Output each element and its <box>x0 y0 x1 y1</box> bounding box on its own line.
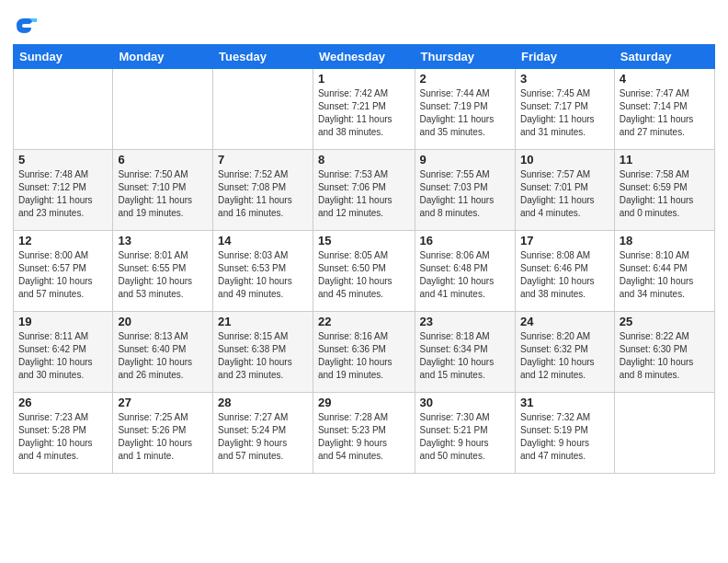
day-info: Sunrise: 8:00 AM Sunset: 6:57 PM Dayligh… <box>18 249 108 301</box>
day-info: Sunrise: 8:03 AM Sunset: 6:53 PM Dayligh… <box>218 249 308 301</box>
day-info: Sunrise: 7:28 AM Sunset: 5:23 PM Dayligh… <box>318 411 410 463</box>
day-number: 13 <box>118 234 208 247</box>
day-number: 18 <box>620 234 710 247</box>
calendar-cell: 7Sunrise: 7:52 AM Sunset: 7:08 PM Daylig… <box>213 150 313 231</box>
weekday-header: Friday <box>515 45 614 69</box>
weekday-header: Tuesday <box>213 45 313 69</box>
day-number: 2 <box>420 72 510 86</box>
day-number: 23 <box>420 315 510 328</box>
day-info: Sunrise: 7:42 AM Sunset: 7:21 PM Dayligh… <box>318 87 410 139</box>
calendar-cell: 11Sunrise: 7:58 AM Sunset: 6:59 PM Dayli… <box>614 150 714 231</box>
calendar-cell: 10Sunrise: 7:57 AM Sunset: 7:01 PM Dayli… <box>515 150 614 231</box>
calendar-cell: 8Sunrise: 7:53 AM Sunset: 7:06 PM Daylig… <box>313 150 415 231</box>
day-info: Sunrise: 8:08 AM Sunset: 6:46 PM Dayligh… <box>520 249 609 301</box>
calendar-cell: 15Sunrise: 8:05 AM Sunset: 6:50 PM Dayli… <box>313 231 415 312</box>
day-number: 12 <box>18 234 108 247</box>
day-number: 28 <box>218 396 308 409</box>
calendar-cell: 28Sunrise: 7:27 AM Sunset: 5:24 PM Dayli… <box>213 393 313 474</box>
calendar-cell: 23Sunrise: 8:18 AM Sunset: 6:34 PM Dayli… <box>415 312 515 393</box>
day-number: 6 <box>118 153 208 167</box>
calendar-cell: 13Sunrise: 8:01 AM Sunset: 6:55 PM Dayli… <box>113 231 213 312</box>
calendar-cell: 14Sunrise: 8:03 AM Sunset: 6:53 PM Dayli… <box>213 231 313 312</box>
header <box>13 9 715 39</box>
calendar-cell: 27Sunrise: 7:25 AM Sunset: 5:26 PM Dayli… <box>113 393 213 474</box>
day-number: 5 <box>18 153 108 167</box>
day-number: 27 <box>118 396 208 409</box>
calendar-week-row: 12Sunrise: 8:00 AM Sunset: 6:57 PM Dayli… <box>14 231 715 312</box>
day-info: Sunrise: 7:45 AM Sunset: 7:17 PM Dayligh… <box>520 87 609 139</box>
calendar-cell <box>14 69 113 150</box>
day-number: 31 <box>520 396 609 409</box>
day-number: 9 <box>420 153 510 167</box>
calendar-cell: 18Sunrise: 8:10 AM Sunset: 6:44 PM Dayli… <box>614 231 714 312</box>
calendar-cell: 31Sunrise: 7:32 AM Sunset: 5:19 PM Dayli… <box>515 393 614 474</box>
calendar-cell: 2Sunrise: 7:44 AM Sunset: 7:19 PM Daylig… <box>415 69 515 150</box>
day-number: 21 <box>218 315 308 328</box>
calendar-cell: 20Sunrise: 8:13 AM Sunset: 6:40 PM Dayli… <box>113 312 213 393</box>
calendar-cell: 5Sunrise: 7:48 AM Sunset: 7:12 PM Daylig… <box>14 150 113 231</box>
day-info: Sunrise: 7:55 AM Sunset: 7:03 PM Dayligh… <box>420 168 510 220</box>
day-number: 4 <box>620 72 710 86</box>
day-info: Sunrise: 7:57 AM Sunset: 7:01 PM Dayligh… <box>520 168 609 220</box>
calendar-cell: 9Sunrise: 7:55 AM Sunset: 7:03 PM Daylig… <box>415 150 515 231</box>
logo-icon <box>13 13 39 39</box>
calendar-cell: 26Sunrise: 7:23 AM Sunset: 5:28 PM Dayli… <box>14 393 113 474</box>
day-number: 14 <box>218 234 308 247</box>
day-number: 29 <box>318 396 410 409</box>
day-info: Sunrise: 7:53 AM Sunset: 7:06 PM Dayligh… <box>318 168 410 220</box>
day-info: Sunrise: 8:10 AM Sunset: 6:44 PM Dayligh… <box>620 249 710 301</box>
day-number: 19 <box>18 315 108 328</box>
day-number: 1 <box>318 72 410 86</box>
weekday-header: Thursday <box>415 45 515 69</box>
day-number: 25 <box>620 315 710 328</box>
calendar-cell: 30Sunrise: 7:30 AM Sunset: 5:21 PM Dayli… <box>415 393 515 474</box>
day-info: Sunrise: 7:30 AM Sunset: 5:21 PM Dayligh… <box>420 411 510 463</box>
day-info: Sunrise: 7:52 AM Sunset: 7:08 PM Dayligh… <box>218 168 308 220</box>
weekday-header: Wednesday <box>313 45 415 69</box>
day-info: Sunrise: 7:47 AM Sunset: 7:14 PM Dayligh… <box>620 87 710 139</box>
logo <box>13 13 40 39</box>
day-info: Sunrise: 7:48 AM Sunset: 7:12 PM Dayligh… <box>18 168 108 220</box>
day-info: Sunrise: 7:23 AM Sunset: 5:28 PM Dayligh… <box>18 411 108 463</box>
day-info: Sunrise: 7:27 AM Sunset: 5:24 PM Dayligh… <box>218 411 308 463</box>
day-info: Sunrise: 8:13 AM Sunset: 6:40 PM Dayligh… <box>118 330 208 382</box>
calendar-cell <box>113 69 213 150</box>
day-number: 22 <box>318 315 410 328</box>
day-info: Sunrise: 8:06 AM Sunset: 6:48 PM Dayligh… <box>420 249 510 301</box>
day-info: Sunrise: 8:16 AM Sunset: 6:36 PM Dayligh… <box>318 330 410 382</box>
day-info: Sunrise: 7:44 AM Sunset: 7:19 PM Dayligh… <box>420 87 510 139</box>
calendar-cell: 24Sunrise: 8:20 AM Sunset: 6:32 PM Dayli… <box>515 312 614 393</box>
day-info: Sunrise: 8:22 AM Sunset: 6:30 PM Dayligh… <box>620 330 710 382</box>
day-number: 11 <box>620 153 710 167</box>
calendar-cell: 29Sunrise: 7:28 AM Sunset: 5:23 PM Dayli… <box>313 393 415 474</box>
page-container: SundayMondayTuesdayWednesdayThursdayFrid… <box>0 0 728 563</box>
calendar-cell: 22Sunrise: 8:16 AM Sunset: 6:36 PM Dayli… <box>313 312 415 393</box>
day-info: Sunrise: 8:15 AM Sunset: 6:38 PM Dayligh… <box>218 330 308 382</box>
day-info: Sunrise: 7:50 AM Sunset: 7:10 PM Dayligh… <box>118 168 208 220</box>
calendar-cell: 3Sunrise: 7:45 AM Sunset: 7:17 PM Daylig… <box>515 69 614 150</box>
day-info: Sunrise: 7:58 AM Sunset: 6:59 PM Dayligh… <box>620 168 710 220</box>
calendar-week-row: 1Sunrise: 7:42 AM Sunset: 7:21 PM Daylig… <box>14 69 715 150</box>
day-number: 15 <box>318 234 410 247</box>
day-number: 26 <box>18 396 108 409</box>
calendar-cell <box>213 69 313 150</box>
calendar-cell: 4Sunrise: 7:47 AM Sunset: 7:14 PM Daylig… <box>614 69 714 150</box>
day-number: 17 <box>520 234 609 247</box>
calendar-week-row: 26Sunrise: 7:23 AM Sunset: 5:28 PM Dayli… <box>14 393 715 474</box>
calendar-cell <box>614 393 714 474</box>
day-number: 24 <box>520 315 609 328</box>
day-number: 7 <box>218 153 308 167</box>
day-info: Sunrise: 8:20 AM Sunset: 6:32 PM Dayligh… <box>520 330 609 382</box>
day-info: Sunrise: 8:01 AM Sunset: 6:55 PM Dayligh… <box>118 249 208 301</box>
calendar-cell: 25Sunrise: 8:22 AM Sunset: 6:30 PM Dayli… <box>614 312 714 393</box>
day-info: Sunrise: 7:32 AM Sunset: 5:19 PM Dayligh… <box>520 411 609 463</box>
day-info: Sunrise: 7:25 AM Sunset: 5:26 PM Dayligh… <box>118 411 208 463</box>
calendar-table: SundayMondayTuesdayWednesdayThursdayFrid… <box>13 44 715 474</box>
weekday-header: Sunday <box>14 45 113 69</box>
day-info: Sunrise: 8:11 AM Sunset: 6:42 PM Dayligh… <box>18 330 108 382</box>
day-number: 3 <box>520 72 609 86</box>
calendar-cell: 21Sunrise: 8:15 AM Sunset: 6:38 PM Dayli… <box>213 312 313 393</box>
weekday-header: Saturday <box>614 45 714 69</box>
calendar-week-row: 5Sunrise: 7:48 AM Sunset: 7:12 PM Daylig… <box>14 150 715 231</box>
day-number: 16 <box>420 234 510 247</box>
